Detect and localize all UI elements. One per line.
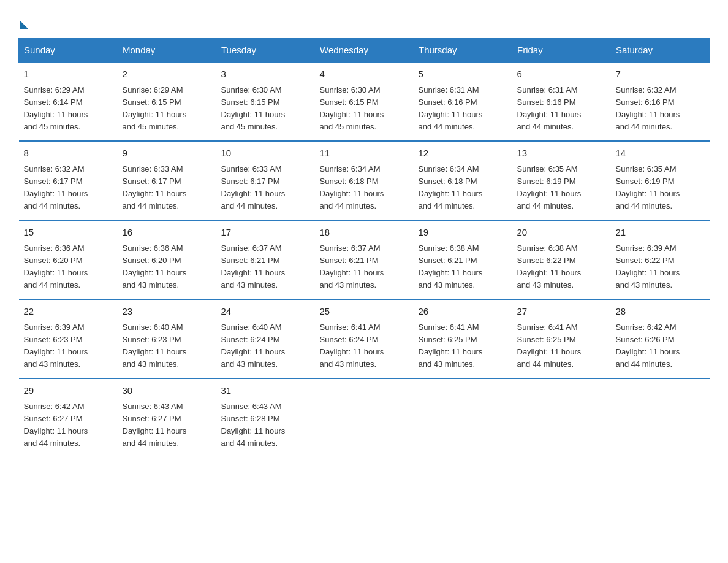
day-info: Sunrise: 6:30 AM Sunset: 6:15 PM Dayligh… [221, 84, 310, 134]
day-header-wednesday: Wednesday [315, 39, 414, 63]
calendar-cell: 27Sunrise: 6:41 AM Sunset: 6:25 PM Dayli… [512, 299, 611, 378]
day-info: Sunrise: 6:34 AM Sunset: 6:18 PM Dayligh… [419, 163, 507, 213]
day-number: 22 [24, 305, 113, 319]
calendar-cell: 10Sunrise: 6:33 AM Sunset: 6:17 PM Dayli… [216, 141, 315, 220]
day-info: Sunrise: 6:31 AM Sunset: 6:16 PM Dayligh… [419, 84, 507, 134]
day-info: Sunrise: 6:34 AM Sunset: 6:18 PM Dayligh… [320, 163, 409, 213]
day-number: 7 [616, 67, 705, 82]
day-info: Sunrise: 6:42 AM Sunset: 6:27 PM Dayligh… [24, 400, 113, 450]
calendar-cell: 5Sunrise: 6:31 AM Sunset: 6:16 PM Daylig… [414, 62, 512, 141]
calendar-cell: 28Sunrise: 6:42 AM Sunset: 6:26 PM Dayli… [611, 299, 710, 378]
day-number: 10 [221, 147, 310, 161]
logo [18, 18, 29, 27]
day-info: Sunrise: 6:29 AM Sunset: 6:15 PM Dayligh… [123, 84, 211, 134]
day-number: 28 [616, 305, 705, 319]
day-number: 26 [419, 305, 507, 319]
day-info: Sunrise: 6:37 AM Sunset: 6:21 PM Dayligh… [221, 242, 310, 292]
day-info: Sunrise: 6:32 AM Sunset: 6:17 PM Dayligh… [24, 163, 113, 213]
day-number: 5 [419, 67, 507, 82]
calendar-cell: 7Sunrise: 6:32 AM Sunset: 6:16 PM Daylig… [611, 62, 710, 141]
day-number: 4 [320, 67, 409, 82]
day-info: Sunrise: 6:36 AM Sunset: 6:20 PM Dayligh… [24, 242, 113, 292]
day-number: 21 [616, 226, 705, 240]
day-header-monday: Monday [118, 39, 216, 63]
calendar-cell: 31Sunrise: 6:43 AM Sunset: 6:28 PM Dayli… [216, 378, 315, 457]
calendar-cell: 22Sunrise: 6:39 AM Sunset: 6:23 PM Dayli… [19, 299, 118, 378]
day-number: 29 [24, 384, 113, 398]
day-info: Sunrise: 6:42 AM Sunset: 6:26 PM Dayligh… [616, 321, 705, 371]
day-info: Sunrise: 6:41 AM Sunset: 6:25 PM Dayligh… [517, 321, 606, 371]
day-number: 9 [123, 147, 211, 161]
day-number: 16 [123, 226, 211, 240]
day-info: Sunrise: 6:40 AM Sunset: 6:24 PM Dayligh… [221, 321, 310, 371]
day-info: Sunrise: 6:29 AM Sunset: 6:14 PM Dayligh… [24, 84, 113, 134]
day-info: Sunrise: 6:39 AM Sunset: 6:22 PM Dayligh… [616, 242, 705, 292]
day-info: Sunrise: 6:39 AM Sunset: 6:23 PM Dayligh… [24, 321, 113, 371]
day-info: Sunrise: 6:40 AM Sunset: 6:23 PM Dayligh… [123, 321, 211, 371]
day-number: 8 [24, 147, 113, 161]
day-info: Sunrise: 6:35 AM Sunset: 6:19 PM Dayligh… [517, 163, 606, 213]
day-info: Sunrise: 6:41 AM Sunset: 6:25 PM Dayligh… [419, 321, 507, 371]
day-info: Sunrise: 6:33 AM Sunset: 6:17 PM Dayligh… [123, 163, 211, 213]
day-number: 25 [320, 305, 409, 319]
calendar-header-row: SundayMondayTuesdayWednesdayThursdayFrid… [19, 39, 710, 63]
day-header-thursday: Thursday [414, 39, 512, 63]
calendar-cell [611, 378, 710, 457]
calendar-week-row: 15Sunrise: 6:36 AM Sunset: 6:20 PM Dayli… [19, 220, 710, 299]
day-info: Sunrise: 6:36 AM Sunset: 6:20 PM Dayligh… [123, 242, 211, 292]
calendar-cell: 15Sunrise: 6:36 AM Sunset: 6:20 PM Dayli… [19, 220, 118, 299]
calendar-cell: 19Sunrise: 6:38 AM Sunset: 6:21 PM Dayli… [414, 220, 512, 299]
day-number: 30 [123, 384, 211, 398]
calendar-cell: 6Sunrise: 6:31 AM Sunset: 6:16 PM Daylig… [512, 62, 611, 141]
day-info: Sunrise: 6:43 AM Sunset: 6:28 PM Dayligh… [221, 400, 310, 450]
calendar-cell [315, 378, 414, 457]
calendar-cell [414, 378, 512, 457]
day-header-sunday: Sunday [19, 39, 118, 63]
day-number: 12 [419, 147, 507, 161]
day-number: 17 [221, 226, 310, 240]
day-number: 27 [517, 305, 606, 319]
calendar-cell: 3Sunrise: 6:30 AM Sunset: 6:15 PM Daylig… [216, 62, 315, 141]
calendar-cell: 17Sunrise: 6:37 AM Sunset: 6:21 PM Dayli… [216, 220, 315, 299]
calendar-cell: 2Sunrise: 6:29 AM Sunset: 6:15 PM Daylig… [118, 62, 216, 141]
day-info: Sunrise: 6:32 AM Sunset: 6:16 PM Dayligh… [616, 84, 705, 134]
day-number: 1 [24, 67, 113, 82]
day-header-tuesday: Tuesday [216, 39, 315, 63]
day-number: 2 [123, 67, 211, 82]
calendar-cell: 30Sunrise: 6:43 AM Sunset: 6:27 PM Dayli… [118, 378, 216, 457]
day-info: Sunrise: 6:41 AM Sunset: 6:24 PM Dayligh… [320, 321, 409, 371]
calendar-cell: 20Sunrise: 6:38 AM Sunset: 6:22 PM Dayli… [512, 220, 611, 299]
calendar-cell: 14Sunrise: 6:35 AM Sunset: 6:19 PM Dayli… [611, 141, 710, 220]
day-info: Sunrise: 6:38 AM Sunset: 6:22 PM Dayligh… [517, 242, 606, 292]
day-info: Sunrise: 6:33 AM Sunset: 6:17 PM Dayligh… [221, 163, 310, 213]
calendar-cell: 11Sunrise: 6:34 AM Sunset: 6:18 PM Dayli… [315, 141, 414, 220]
day-number: 6 [517, 67, 606, 82]
calendar-cell [512, 378, 611, 457]
day-number: 3 [221, 67, 310, 82]
day-header-saturday: Saturday [611, 39, 710, 63]
day-number: 24 [221, 305, 310, 319]
day-info: Sunrise: 6:35 AM Sunset: 6:19 PM Dayligh… [616, 163, 705, 213]
calendar-cell: 13Sunrise: 6:35 AM Sunset: 6:19 PM Dayli… [512, 141, 611, 220]
calendar-cell: 16Sunrise: 6:36 AM Sunset: 6:20 PM Dayli… [118, 220, 216, 299]
day-number: 18 [320, 226, 409, 240]
day-number: 14 [616, 147, 705, 161]
day-number: 23 [123, 305, 211, 319]
day-info: Sunrise: 6:30 AM Sunset: 6:15 PM Dayligh… [320, 84, 409, 134]
day-number: 11 [320, 147, 409, 161]
calendar-cell: 1Sunrise: 6:29 AM Sunset: 6:14 PM Daylig… [19, 62, 118, 141]
day-number: 31 [221, 384, 310, 398]
day-number: 13 [517, 147, 606, 161]
calendar-cell: 26Sunrise: 6:41 AM Sunset: 6:25 PM Dayli… [414, 299, 512, 378]
calendar-week-row: 8Sunrise: 6:32 AM Sunset: 6:17 PM Daylig… [19, 141, 710, 220]
calendar-cell: 18Sunrise: 6:37 AM Sunset: 6:21 PM Dayli… [315, 220, 414, 299]
day-number: 15 [24, 226, 113, 240]
day-info: Sunrise: 6:38 AM Sunset: 6:21 PM Dayligh… [419, 242, 507, 292]
day-number: 20 [517, 226, 606, 240]
calendar-cell: 25Sunrise: 6:41 AM Sunset: 6:24 PM Dayli… [315, 299, 414, 378]
calendar-cell: 12Sunrise: 6:34 AM Sunset: 6:18 PM Dayli… [414, 141, 512, 220]
day-header-friday: Friday [512, 39, 611, 63]
calendar-cell: 24Sunrise: 6:40 AM Sunset: 6:24 PM Dayli… [216, 299, 315, 378]
calendar-cell: 8Sunrise: 6:32 AM Sunset: 6:17 PM Daylig… [19, 141, 118, 220]
calendar-cell: 23Sunrise: 6:40 AM Sunset: 6:23 PM Dayli… [118, 299, 216, 378]
